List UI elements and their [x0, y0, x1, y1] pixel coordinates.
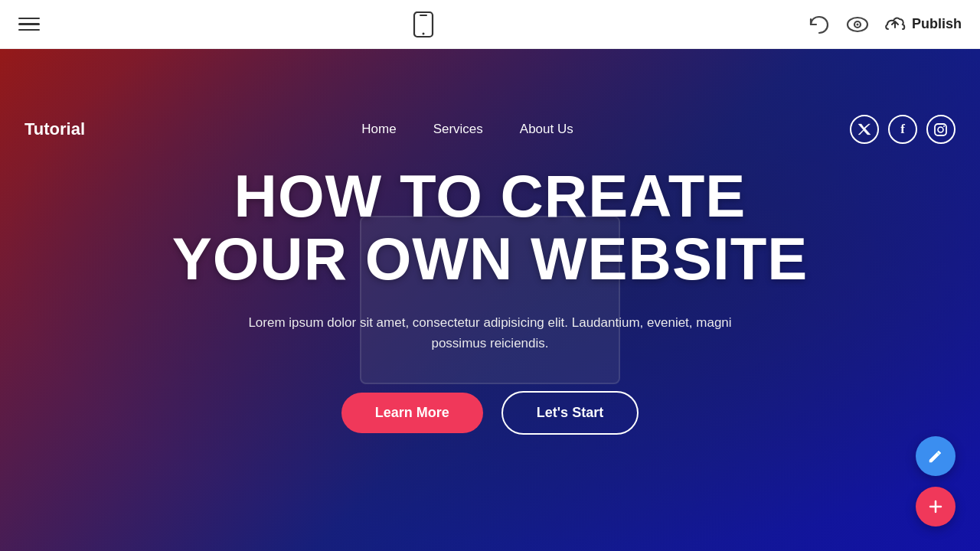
learn-more-button[interactable]: Learn More: [341, 393, 483, 433]
publish-button[interactable]: Publish: [884, 15, 962, 34]
svg-point-5: [856, 23, 858, 25]
undo-icon[interactable]: [808, 15, 831, 34]
nav-links: Home Services About Us: [361, 122, 573, 137]
phone-icon: [413, 11, 434, 38]
social-facebook[interactable]: f: [888, 115, 917, 144]
site-nav: Tutorial Home Services About Us f: [0, 98, 980, 161]
svg-point-7: [938, 127, 943, 132]
nav-link-home[interactable]: Home: [361, 122, 396, 137]
hero-title-line1: HOW TO CREATE: [234, 162, 746, 230]
social-twitter[interactable]: [850, 115, 879, 144]
nav-link-services[interactable]: Services: [433, 122, 483, 137]
toolbar: Publish: [0, 0, 980, 49]
add-fab-button[interactable]: [916, 487, 956, 527]
site-logo: Tutorial: [24, 119, 85, 139]
social-instagram[interactable]: [926, 115, 956, 144]
edit-fab-button[interactable]: [916, 436, 956, 476]
hamburger-menu-icon[interactable]: [18, 18, 40, 31]
toolbar-right: Publish: [808, 15, 962, 34]
hero-content: HOW TO CREATE YOUR OWN WEBSITE Lorem ips…: [172, 165, 808, 434]
nav-link-about[interactable]: About Us: [520, 122, 573, 137]
publish-label: Publish: [912, 16, 962, 32]
hero-title: HOW TO CREATE YOUR OWN WEBSITE: [172, 165, 808, 291]
toolbar-center: [413, 11, 434, 38]
svg-point-1: [423, 32, 425, 34]
fab-container: [916, 436, 956, 527]
preview-eye-icon[interactable]: [846, 16, 869, 33]
upload-cloud-icon: [884, 15, 906, 34]
lets-start-button[interactable]: Let's Start: [501, 391, 639, 435]
toolbar-left: [18, 18, 40, 31]
hero-title-line2: YOUR OWN WEBSITE: [172, 225, 808, 292]
facebook-icon: f: [900, 122, 905, 137]
hero-subtitle: Lorem ipsum dolor sit amet, consectetur …: [222, 312, 758, 354]
svg-point-8: [943, 126, 945, 127]
svg-rect-6: [935, 124, 946, 135]
hero-buttons: Learn More Let's Start: [341, 391, 639, 435]
hero-section: Tutorial Home Services About Us f: [0, 49, 980, 551]
nav-socials: f: [850, 115, 956, 144]
